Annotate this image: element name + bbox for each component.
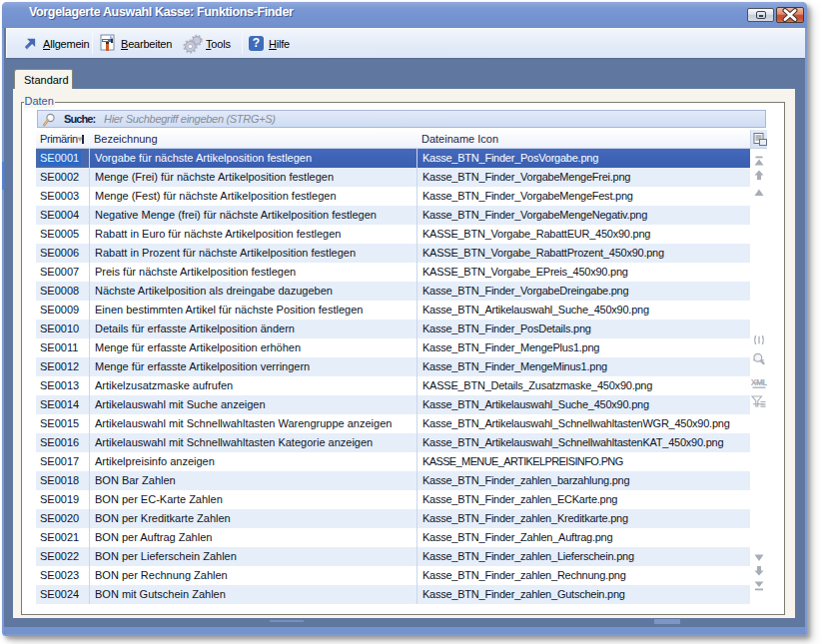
svg-text:XML: XML [751,377,767,387]
